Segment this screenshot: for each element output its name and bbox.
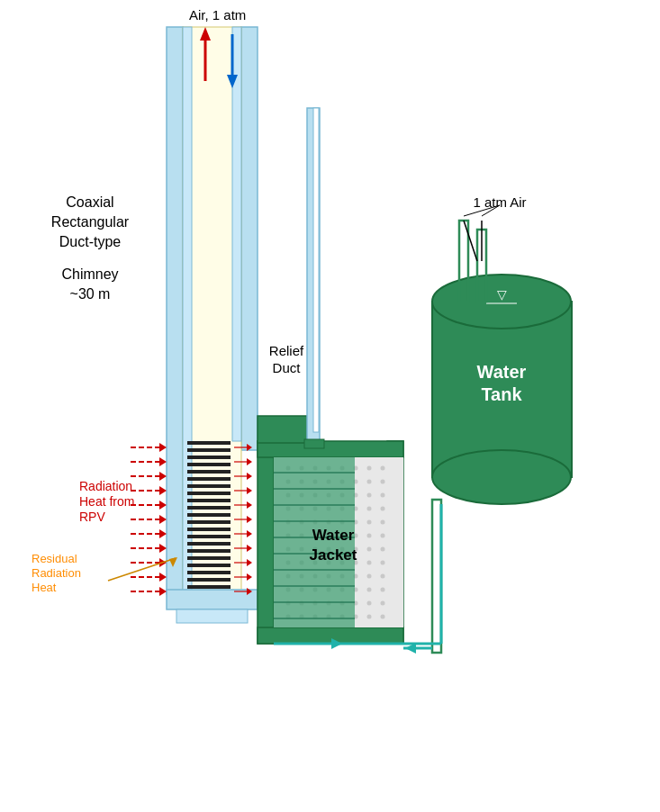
residual-label1: Residual xyxy=(32,552,77,565)
svg-rect-17 xyxy=(187,484,231,488)
atm-air-label: 1 atm Air xyxy=(473,194,526,210)
svg-marker-202 xyxy=(247,545,252,552)
svg-point-100 xyxy=(381,561,385,565)
svg-rect-5 xyxy=(167,590,258,609)
svg-point-75 xyxy=(367,520,372,525)
svg-rect-14 xyxy=(187,463,231,466)
svg-point-43 xyxy=(367,466,372,471)
svg-rect-11 xyxy=(187,441,231,445)
radiation-heat-label1: Radiation xyxy=(79,479,132,493)
svg-point-76 xyxy=(381,520,385,525)
svg-point-115 xyxy=(367,588,372,592)
svg-line-161 xyxy=(464,221,477,261)
svg-marker-190 xyxy=(247,458,252,465)
svg-marker-198 xyxy=(247,516,252,523)
svg-rect-15 xyxy=(187,470,231,474)
svg-rect-4 xyxy=(232,27,241,441)
svg-marker-170 xyxy=(159,472,167,481)
svg-point-68 xyxy=(381,507,385,511)
svg-point-44 xyxy=(381,466,385,471)
svg-rect-20 xyxy=(187,506,231,510)
svg-marker-166 xyxy=(159,443,167,452)
svg-point-149 xyxy=(432,275,571,329)
svg-marker-168 xyxy=(159,457,167,466)
chimney-label2: Rectangular xyxy=(51,214,130,230)
svg-marker-196 xyxy=(247,501,252,509)
residual-label2: Radiation xyxy=(32,566,81,580)
svg-rect-31 xyxy=(187,585,231,589)
svg-marker-184 xyxy=(159,573,167,582)
svg-point-51 xyxy=(367,480,372,484)
svg-marker-206 xyxy=(247,573,252,581)
svg-rect-24 xyxy=(187,535,231,538)
svg-point-150 xyxy=(432,450,571,504)
svg-point-91 xyxy=(367,547,372,552)
svg-point-60 xyxy=(381,493,385,498)
svg-point-67 xyxy=(367,507,372,511)
water-jacket-label2: Jacket xyxy=(310,546,357,564)
svg-rect-13 xyxy=(187,456,231,459)
svg-marker-180 xyxy=(159,544,167,553)
svg-marker-200 xyxy=(247,530,252,537)
svg-rect-0 xyxy=(167,27,183,594)
svg-rect-32 xyxy=(258,441,274,644)
svg-rect-1 xyxy=(241,27,258,450)
svg-rect-22 xyxy=(187,520,231,524)
svg-marker-194 xyxy=(247,487,252,494)
svg-point-107 xyxy=(367,574,372,579)
svg-rect-16 xyxy=(187,477,231,481)
svg-point-123 xyxy=(367,601,372,606)
chimney-label5: ~30 m xyxy=(70,286,111,302)
water-jacket-label1: Water xyxy=(312,527,355,544)
svg-rect-30 xyxy=(187,578,231,582)
svg-rect-146 xyxy=(313,108,319,432)
radiation-heat-label2: Heat from xyxy=(79,494,134,509)
svg-point-59 xyxy=(367,493,372,498)
svg-point-83 xyxy=(367,534,372,538)
svg-marker-186 xyxy=(159,587,167,596)
svg-rect-21 xyxy=(187,513,231,517)
svg-rect-19 xyxy=(187,499,231,502)
svg-point-108 xyxy=(381,574,385,579)
svg-marker-172 xyxy=(159,486,167,495)
chimney-label4: Chimney xyxy=(61,266,118,282)
chimney-label1: Coaxial xyxy=(66,194,113,210)
svg-rect-27 xyxy=(187,556,231,560)
svg-rect-25 xyxy=(187,542,231,546)
svg-rect-147 xyxy=(304,439,324,448)
relief-duct-label2: Duct xyxy=(273,360,302,375)
water-tank-label2: Tank xyxy=(481,384,522,404)
svg-marker-204 xyxy=(247,559,252,566)
svg-point-92 xyxy=(381,547,385,552)
svg-rect-18 xyxy=(187,492,231,495)
radiation-heat-label3: RPV xyxy=(79,510,105,524)
svg-point-52 xyxy=(381,480,385,484)
svg-text:▽: ▽ xyxy=(497,287,507,302)
svg-rect-6 xyxy=(176,609,248,623)
svg-rect-23 xyxy=(187,528,231,531)
svg-point-132 xyxy=(381,615,385,619)
svg-point-99 xyxy=(367,561,372,565)
svg-rect-28 xyxy=(187,564,231,567)
svg-marker-192 xyxy=(247,473,252,480)
chimney-label3: Duct-type xyxy=(59,234,122,249)
svg-rect-144 xyxy=(258,416,307,443)
water-tank-label1: Water xyxy=(477,362,527,382)
air-label: Air, 1 atm xyxy=(189,7,246,23)
svg-point-131 xyxy=(367,615,372,619)
svg-rect-12 xyxy=(187,448,231,452)
svg-point-84 xyxy=(381,534,385,538)
svg-rect-35 xyxy=(258,627,403,644)
svg-marker-178 xyxy=(159,529,167,538)
relief-duct-label1: Relief xyxy=(269,343,304,358)
svg-point-116 xyxy=(381,588,385,592)
svg-marker-176 xyxy=(159,515,167,524)
svg-rect-26 xyxy=(187,549,231,553)
svg-marker-174 xyxy=(159,501,167,510)
svg-rect-29 xyxy=(187,571,231,574)
residual-label3: Heat xyxy=(32,581,57,594)
svg-point-124 xyxy=(381,601,385,606)
